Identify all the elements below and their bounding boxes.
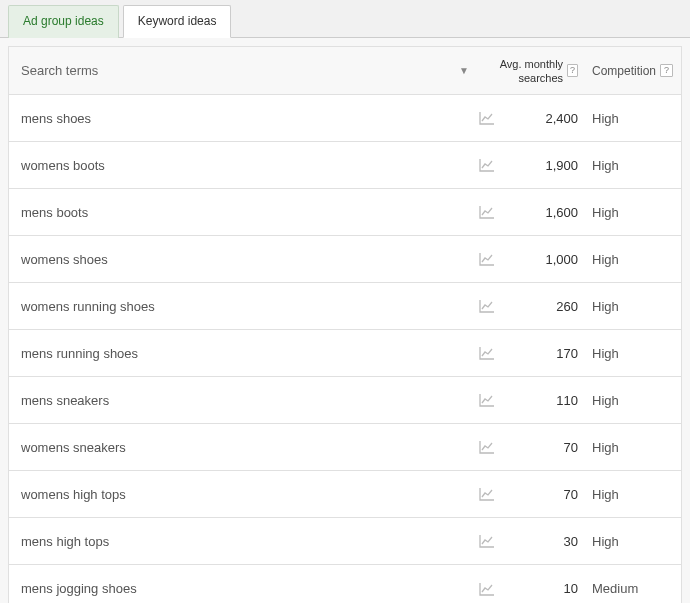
table-row: womens sneakers 70 High — [9, 424, 681, 471]
header-avg-monthly-searches[interactable]: Avg. monthly searches ? — [473, 57, 586, 85]
table-row: womens running shoes 260 High — [9, 283, 681, 330]
search-term-cell[interactable]: womens high tops — [9, 487, 473, 502]
chart-icon-cell[interactable] — [473, 299, 501, 313]
searches-cell: 10 — [501, 581, 586, 596]
searches-cell: 260 — [501, 299, 586, 314]
searches-cell: 1,600 — [501, 205, 586, 220]
searches-cell: 170 — [501, 346, 586, 361]
search-term-cell[interactable]: mens shoes — [9, 111, 473, 126]
searches-cell: 30 — [501, 534, 586, 549]
competition-cell: Medium — [586, 581, 681, 596]
help-icon[interactable]: ? — [660, 64, 673, 77]
searches-cell: 1,900 — [501, 158, 586, 173]
search-term-cell[interactable]: mens jogging shoes — [9, 581, 473, 596]
chart-icon — [479, 299, 495, 313]
table-row: womens boots 1,900 High — [9, 142, 681, 189]
table-header-row: Search terms ▼ Avg. monthly searches ? C… — [9, 47, 681, 95]
search-term-cell[interactable]: womens shoes — [9, 252, 473, 267]
search-term-cell[interactable]: womens sneakers — [9, 440, 473, 455]
search-term-cell[interactable]: mens boots — [9, 205, 473, 220]
competition-cell: High — [586, 487, 681, 502]
tab-ad-group-ideas[interactable]: Ad group ideas — [8, 5, 119, 38]
chart-icon — [479, 158, 495, 172]
header-avg-monthly-label: Avg. monthly searches — [473, 57, 563, 85]
table-row: mens running shoes 170 High — [9, 330, 681, 377]
search-term-cell[interactable]: womens running shoes — [9, 299, 473, 314]
chart-icon — [479, 205, 495, 219]
competition-cell: High — [586, 393, 681, 408]
tab-keyword-ideas[interactable]: Keyword ideas — [123, 5, 232, 38]
chart-icon — [479, 487, 495, 501]
competition-cell: High — [586, 346, 681, 361]
chart-icon — [479, 393, 495, 407]
competition-cell: High — [586, 534, 681, 549]
competition-cell: High — [586, 252, 681, 267]
competition-cell: High — [586, 440, 681, 455]
table-row: mens sneakers 110 High — [9, 377, 681, 424]
chart-icon-cell[interactable] — [473, 252, 501, 266]
header-search-terms[interactable]: Search terms ▼ — [9, 63, 473, 78]
chart-icon-cell[interactable] — [473, 346, 501, 360]
header-competition[interactable]: Competition ? — [586, 64, 681, 78]
competition-cell: High — [586, 158, 681, 173]
chart-icon-cell[interactable] — [473, 534, 501, 548]
sort-descending-icon: ▼ — [459, 65, 469, 76]
chart-icon — [479, 346, 495, 360]
searches-cell: 1,000 — [501, 252, 586, 267]
chart-icon-cell[interactable] — [473, 205, 501, 219]
competition-cell: High — [586, 205, 681, 220]
chart-icon-cell[interactable] — [473, 582, 501, 596]
chart-icon — [479, 252, 495, 266]
chart-icon-cell[interactable] — [473, 393, 501, 407]
header-competition-label: Competition — [592, 64, 656, 78]
table-row: womens high tops 70 High — [9, 471, 681, 518]
chart-icon — [479, 582, 495, 596]
table-row: mens jogging shoes 10 Medium — [9, 565, 681, 603]
table-row: womens shoes 1,000 High — [9, 236, 681, 283]
search-term-cell[interactable]: mens sneakers — [9, 393, 473, 408]
searches-cell: 70 — [501, 440, 586, 455]
chart-icon — [479, 534, 495, 548]
table-row: mens shoes 2,400 High — [9, 95, 681, 142]
searches-cell: 70 — [501, 487, 586, 502]
chart-icon — [479, 440, 495, 454]
chart-icon-cell[interactable] — [473, 487, 501, 501]
search-term-cell[interactable]: mens running shoes — [9, 346, 473, 361]
tabs-bar: Ad group ideas Keyword ideas — [0, 0, 690, 38]
chart-icon — [479, 111, 495, 125]
table-row: mens boots 1,600 High — [9, 189, 681, 236]
searches-cell: 2,400 — [501, 111, 586, 126]
table-row: mens high tops 30 High — [9, 518, 681, 565]
competition-cell: High — [586, 299, 681, 314]
searches-cell: 110 — [501, 393, 586, 408]
chart-icon-cell[interactable] — [473, 158, 501, 172]
search-term-cell[interactable]: mens high tops — [9, 534, 473, 549]
competition-cell: High — [586, 111, 681, 126]
chart-icon-cell[interactable] — [473, 440, 501, 454]
keyword-ideas-table: Search terms ▼ Avg. monthly searches ? C… — [8, 46, 682, 603]
header-search-terms-label: Search terms — [21, 63, 98, 78]
search-term-cell[interactable]: womens boots — [9, 158, 473, 173]
help-icon[interactable]: ? — [567, 64, 578, 77]
chart-icon-cell[interactable] — [473, 111, 501, 125]
